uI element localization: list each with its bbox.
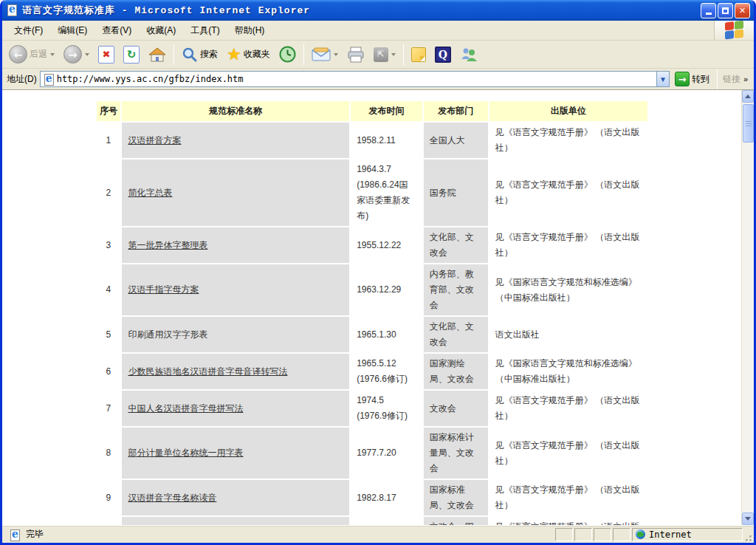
menu-item-4[interactable]: 工具(T) — [183, 22, 227, 39]
vertical-scrollbar[interactable] — [741, 90, 754, 525]
status-pane — [574, 528, 592, 541]
standard-link[interactable]: 部分计量单位名称统一用字表 — [128, 448, 243, 458]
mail-button[interactable] — [308, 45, 342, 64]
status-bar: 完毕 Internet — [2, 525, 754, 543]
home-button[interactable] — [145, 44, 170, 65]
cell-name: 第一批异体字整理表 — [122, 227, 349, 263]
table-row: 5印刷通用汉字字形表1965.1.30文化部、文改会语文出版社 — [97, 317, 647, 352]
status-page-icon — [9, 529, 21, 541]
cell-no: 1 — [97, 123, 121, 158]
cell-no: 3 — [97, 227, 121, 263]
scrollbar-thumb[interactable] — [743, 104, 754, 143]
address-box: ▼ — [40, 71, 670, 87]
search-button[interactable]: 搜索 — [178, 44, 221, 65]
favorites-button[interactable]: ★ 收藏夹 — [223, 44, 274, 65]
cell-no: 10 — [97, 517, 121, 525]
column-header: 出版单位 — [489, 101, 647, 121]
column-header: 发布部门 — [424, 101, 488, 121]
cell-name: 简化字总表 — [122, 160, 349, 226]
go-button[interactable]: → 转到 — [673, 71, 712, 87]
print-button[interactable] — [343, 44, 368, 65]
resize-grip[interactable] — [743, 532, 752, 541]
cell-name: 中国人名汉语拼音字母拼写法 — [122, 391, 349, 426]
maximize-button[interactable] — [718, 3, 733, 18]
standard-link[interactable]: 汉语拼音方案 — [128, 135, 181, 145]
discuss-note-icon — [411, 47, 426, 62]
history-button[interactable] — [275, 44, 300, 65]
stop-button[interactable]: ✖ — [94, 44, 118, 66]
messenger-button[interactable] — [456, 44, 481, 65]
cell-date: 1982.8.17 — [351, 480, 422, 515]
cell-pub: 见《语言文字规范手册》 （语文出版社） — [489, 391, 647, 426]
back-button[interactable]: ← 后退 — [5, 43, 58, 66]
content-area: 序号规范标准名称发布时间发布部门出版单位 1汉语拼音方案1958.2.11全国人… — [2, 90, 754, 525]
links-chevron-icon[interactable]: » — [743, 75, 751, 83]
links-label[interactable]: 链接 — [723, 73, 740, 86]
menu-item-5[interactable]: 帮助(H) — [227, 22, 272, 39]
mail-dropdown-icon[interactable] — [334, 53, 338, 56]
standards-table: 序号规范标准名称发布时间发布部门出版单位 1汉语拼音方案1958.2.11全国人… — [95, 100, 649, 525]
forward-dropdown-icon[interactable] — [85, 53, 89, 56]
standard-link[interactable]: 汉语拼音字母名称读音 — [128, 493, 216, 503]
standard-link[interactable]: 简化字总表 — [128, 188, 172, 198]
minimize-button[interactable] — [701, 3, 716, 18]
cell-pub: 见《语言文字规范手册》 （语文出版社） — [489, 480, 647, 515]
refresh-button[interactable]: ↻ — [120, 44, 143, 66]
menu-item-1[interactable]: 编辑(E) — [50, 22, 94, 39]
cell-date: 1965.1.30 — [351, 317, 422, 352]
address-dropdown-icon[interactable]: ▼ — [656, 72, 669, 86]
cell-name: 汉语拼音方案 — [122, 123, 349, 158]
cell-date: 1958.2.11 — [351, 123, 422, 158]
forward-button[interactable]: → — [60, 43, 93, 66]
mail-icon — [312, 47, 331, 62]
cell-name: 汉语手指字母方案 — [122, 264, 349, 315]
scroll-down-button[interactable] — [742, 513, 754, 525]
window-title: 语言文字规范标准库 - Microsoft Internet Explorer — [22, 4, 701, 17]
title-bar: 语言文字规范标准库 - Microsoft Internet Explorer … — [2, 0, 754, 21]
table-row: 3第一批异体字整理表1955.12.22文化部、文改会见《语言文字规范手册》 （… — [97, 227, 647, 263]
table-row: 10汉字统一部首表（草案）1983.文改会、国家出版局见《语言文字规范手册》 （… — [97, 517, 647, 525]
table-row: 1汉语拼音方案1958.2.11全国人大见《语言文字规范手册》 （语文出版社） — [97, 123, 647, 158]
close-button[interactable]: ✕ — [735, 3, 750, 18]
column-header: 序号 — [97, 101, 121, 121]
table-row: 7中国人名汉语拼音字母拼写法1974.5 (1976.9修订)文改会见《语言文字… — [97, 391, 647, 426]
menu-item-0[interactable]: 文件(F) — [7, 22, 50, 39]
back-dropdown-icon[interactable] — [50, 53, 55, 56]
edit-button[interactable]: ⇱ — [370, 45, 399, 64]
cell-name: 汉字统一部首表（草案） — [122, 517, 349, 525]
address-input[interactable] — [57, 72, 656, 86]
cell-no: 9 — [97, 480, 121, 515]
cell-date: 1963.12.29 — [351, 264, 422, 315]
cell-pub: 见《语言文字规范手册》 （语文出版社） — [489, 227, 647, 263]
search-icon — [182, 47, 198, 63]
cell-no: 5 — [97, 317, 121, 352]
menu-bar: 文件(F)编辑(E)查看(V)收藏(A)工具(T)帮助(H) — [2, 21, 754, 41]
toolbar: ← 后退 → ✖ ↻ 搜索 ★ 收藏夹 — [2, 41, 754, 69]
menu-item-3[interactable]: 收藏(A) — [139, 22, 183, 39]
standard-link[interactable]: 中国人名汉语拼音字母拼写法 — [128, 403, 243, 414]
table-header-row: 序号规范标准名称发布时间发布部门出版单位 — [97, 101, 647, 121]
cell-pub: 见《语言文字规范手册》 （语文出版社） — [489, 428, 647, 479]
back-label: 后退 — [30, 48, 47, 61]
go-label: 转到 — [692, 73, 709, 86]
cell-dept: 全国人大 — [424, 123, 488, 158]
refresh-icon: ↻ — [123, 46, 140, 64]
standard-link[interactable]: 汉语手指字母方案 — [128, 284, 199, 295]
cell-date: 1983. — [351, 517, 422, 525]
cell-no: 8 — [97, 428, 121, 479]
favorites-star-icon: ★ — [227, 47, 241, 63]
q-tool-button[interactable]: Q — [431, 44, 455, 65]
cell-dept: 国家测绘局、文改会 — [424, 354, 488, 389]
table-row: 2简化字总表1964.3.7 (1986.6.24国家语委重新发布)国务院见《语… — [97, 160, 647, 226]
standard-link[interactable]: 少数民族语地名汉语拼音字母音译转写法 — [128, 366, 287, 377]
scroll-up-button[interactable] — [742, 90, 754, 103]
discuss-button[interactable] — [408, 45, 430, 64]
edit-dropdown-icon[interactable] — [391, 53, 396, 56]
cell-no: 6 — [97, 354, 121, 389]
menu-item-2[interactable]: 查看(V) — [94, 22, 139, 39]
zone-pane: Internet — [632, 528, 743, 541]
cell-no: 4 — [97, 264, 121, 315]
cell-pub: 见《语言文字规范手册》 （语文出版社） — [489, 160, 647, 226]
table-row: 9汉语拼音字母名称读音1982.8.17国家标准局、文改会见《语言文字规范手册》… — [97, 480, 647, 515]
standard-link[interactable]: 第一批异体字整理表 — [128, 240, 207, 250]
